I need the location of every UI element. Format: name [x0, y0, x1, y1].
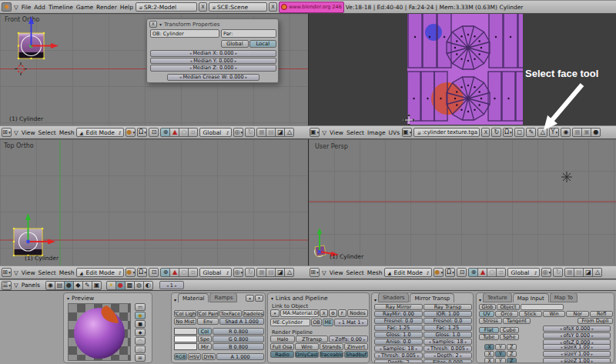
tab-mirror-transp[interactable]: Mirror Transp — [410, 293, 454, 302]
menu-help[interactable]: Help — [119, 4, 134, 11]
material-delete-button[interactable]: X — [320, 309, 328, 317]
blender-url-field[interactable]: www.blender.org 246 — [279, 2, 344, 13]
top-viewport-canvas[interactable] — [0, 139, 308, 265]
map-y2-toggle[interactable]: Y — [495, 351, 505, 357]
map-z3-toggle[interactable]: Z — [507, 358, 517, 363]
texface-toggle[interactable]: TexFace — [219, 310, 242, 317]
tube-proj-toggle[interactable]: Tube — [479, 334, 499, 340]
parent-field[interactable]: Par: — [221, 29, 276, 38]
pivot-dropdown[interactable]: Ω — [445, 268, 455, 277]
menu-file[interactable]: File — [21, 4, 32, 11]
sphe-proj-toggle[interactable]: Sphe — [500, 334, 520, 340]
diffuse-color-swatch[interactable] — [174, 328, 197, 335]
menu-select[interactable]: Select — [346, 269, 365, 276]
copy-attributes-button[interactable]: ⊡ — [457, 268, 467, 277]
env-toggle[interactable]: Env — [197, 318, 219, 325]
cylinder-object[interactable] — [315, 228, 340, 257]
menu-view[interactable]: View — [329, 129, 344, 136]
global-toggle[interactable]: Global — [221, 40, 249, 48]
sticky-selection-dropdown[interactable]: Y — [549, 128, 559, 137]
header-collapse-icon[interactable]: ▽ — [321, 129, 327, 136]
fake-user-button[interactable]: F — [338, 309, 346, 317]
fac-transp-slider[interactable]: Fac: 1.25 — [424, 325, 472, 331]
menu-mesh[interactable]: Mesh — [59, 129, 75, 136]
preview-flat-button[interactable]: ▭ — [135, 303, 146, 311]
panel-close-button[interactable]: X — [149, 21, 157, 28]
strands-toggle[interactable]: Strands — [320, 343, 343, 350]
panel-collapse-icon[interactable]: ▾ — [67, 296, 69, 301]
object-name-field[interactable]: OB: Cylinder — [150, 29, 219, 38]
occlude-button[interactable]: △ — [284, 268, 294, 277]
traceable-toggle[interactable]: Traceable — [320, 351, 343, 358]
ob-toggle[interactable]: OB — [311, 319, 322, 326]
lamp-object[interactable] — [561, 172, 572, 182]
mode-dropdown[interactable]: ▲ Edit Mode ↕ — [76, 268, 124, 277]
alpha-slider[interactable]: A 1.000 — [216, 353, 264, 360]
halo-toggle[interactable]: Halo — [270, 336, 295, 342]
menu-view[interactable]: View — [21, 269, 36, 276]
map-y3-toggle[interactable]: Y — [495, 358, 505, 363]
uv-pencil-button[interactable]: ✎ — [526, 128, 536, 137]
zoffs-field[interactable]: Zoffs: 0.00 — [329, 336, 368, 342]
material-browse-button[interactable]: ▾ — [270, 309, 280, 317]
frame-number-field[interactable]: 1 — [159, 281, 184, 289]
tab-map-input[interactable]: Map Input — [513, 293, 549, 302]
menu-mesh[interactable]: Mesh — [59, 269, 75, 276]
me-toggle[interactable]: ME — [323, 319, 333, 326]
object-toggle[interactable]: Object — [497, 304, 520, 310]
median-z-field[interactable]: Median Z: 0.000 — [150, 65, 276, 72]
blender-logo-button[interactable]: ◆ — [2, 2, 12, 12]
ofsx-field[interactable]: ofsX 0.000 — [543, 326, 611, 332]
spe-channel-button[interactable]: Spe — [198, 336, 212, 342]
orientation-dropdown[interactable]: Global ↕ — [199, 128, 232, 137]
editor-type-dropdown[interactable]: ⊞ — [2, 128, 12, 137]
cylinder-object[interactable] — [18, 16, 59, 59]
stress-toggle[interactable]: Stress — [479, 318, 502, 324]
flat-proj-toggle[interactable]: Flat — [479, 327, 499, 333]
ior-slider[interactable]: IOR: 1.00 — [424, 311, 472, 317]
draw-type-dropdown[interactable]: ● — [434, 268, 444, 277]
thresh-mirror-field[interactable]: Thresh: 0.005 — [374, 352, 423, 359]
median-x-field[interactable]: Median X: 0.000 — [150, 50, 276, 57]
realtime-button[interactable]: ↻ — [491, 128, 501, 137]
panel-collapse-icon[interactable]: ▾ — [174, 297, 176, 302]
uv-editor-canvas[interactable] — [407, 14, 523, 125]
orientation-dropdown[interactable]: Global ↕ — [199, 268, 232, 277]
menu-select[interactable]: Select — [38, 269, 57, 276]
median-crease-field[interactable]: Median Crease W: 0.000 — [167, 74, 259, 81]
no-mist-toggle[interactable]: No Mist — [174, 318, 196, 325]
uv-mesh[interactable] — [407, 14, 523, 121]
user-viewport-canvas[interactable] — [309, 139, 616, 265]
radiosity-buttons-button[interactable]: ◍ — [134, 281, 144, 290]
raymir-slider[interactable]: RayMir: 0.00 — [374, 311, 423, 317]
from-dupli-toggle[interactable]: From Dupli — [578, 318, 613, 324]
occlude-button[interactable]: △ — [592, 268, 602, 277]
vcol-paint-toggle[interactable]: VCol Paint — [197, 310, 219, 317]
menu-image[interactable]: Image — [367, 129, 387, 136]
filter-slider[interactable]: Filter: 0.000 — [424, 359, 472, 363]
uv-coord-toggle[interactable]: UV — [479, 311, 494, 317]
shad-alpha-slider[interactable]: Shad A 1.000 — [219, 318, 264, 325]
proportional-edit-dropdown[interactable]: ◎ — [233, 128, 243, 137]
nor-toggle[interactable]: Nor — [566, 311, 589, 317]
preview-hair-button[interactable]: ◠ — [135, 337, 146, 345]
material-index-field[interactable]: 1 Mat 1 — [334, 319, 368, 326]
sizex-field[interactable]: sizeX 1.00 — [543, 344, 611, 350]
aniso-slider[interactable]: Aniso: 0.0 — [374, 339, 423, 345]
refl-toggle[interactable]: Refl — [590, 311, 613, 317]
copy-attributes-button[interactable]: ⊡ — [149, 128, 159, 137]
map-z2-toggle[interactable]: Z — [507, 351, 517, 357]
header-collapse-icon[interactable]: ▽ — [321, 269, 327, 276]
map-x1-toggle[interactable]: X — [484, 344, 494, 350]
samples-mirror-field[interactable]: Samples: 18 — [374, 346, 423, 352]
editor-type-dropdown[interactable]: ⊞ — [310, 268, 320, 277]
map-x3-toggle[interactable]: X — [484, 358, 494, 363]
sizey-field[interactable]: sizeY 1.00 — [543, 351, 611, 357]
viewport-top[interactable]: Top Ortho (1) — [0, 139, 308, 265]
image-browse-dropdown[interactable]: ▣ — [402, 128, 412, 137]
image-name-field[interactable]: ≡ :cylinder texture.tga — [413, 128, 480, 137]
glob-toggle[interactable]: Glob — [479, 304, 496, 310]
tab-ramps[interactable]: Ramps — [209, 292, 237, 302]
fresnel-transp-slider[interactable]: Fresnel: 0.0 — [424, 318, 472, 324]
occlude-button[interactable]: △ — [284, 128, 294, 137]
